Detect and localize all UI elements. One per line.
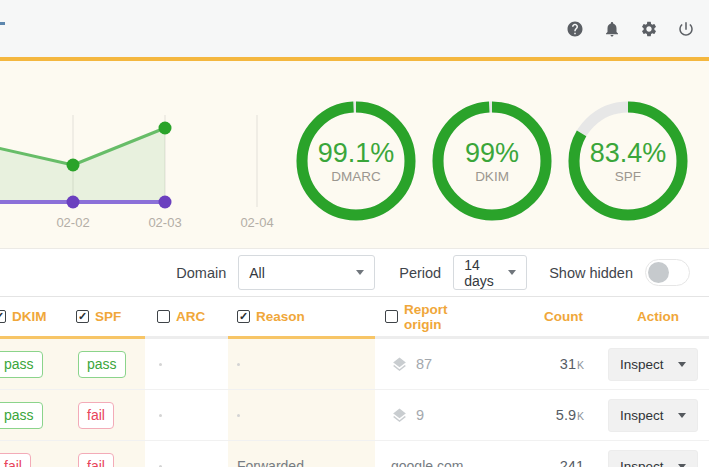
period-select-value: 14 days xyxy=(464,257,508,289)
column-header-arc: ARC xyxy=(145,297,228,339)
column-header-reason: ✓Reason xyxy=(228,297,375,339)
chevron-down-icon xyxy=(678,413,686,418)
empty-value-dot xyxy=(159,414,162,417)
column-label: Action xyxy=(637,309,679,324)
timeline-chart: 02-0202-0302-04 xyxy=(0,61,290,248)
donut-ring xyxy=(296,101,416,221)
table-row: passfail95.9KInspect xyxy=(0,390,709,441)
cell-arc xyxy=(145,390,228,441)
spf-badge-fail: fail xyxy=(78,453,114,467)
origin-domain: google.com xyxy=(391,458,463,467)
origin-count: 87 xyxy=(416,356,432,372)
column-header-dkim: ✓DKIM xyxy=(0,297,72,339)
spf-column-checkbox[interactable]: ✓ xyxy=(76,310,89,323)
column-label: ARC xyxy=(176,309,205,324)
cell-dkim: pass xyxy=(0,339,72,390)
cell-action: Inspect xyxy=(590,339,709,390)
inspect-button[interactable]: Inspect xyxy=(608,348,698,381)
dkim-column-checkbox[interactable]: ✓ xyxy=(0,310,6,323)
column-label: Count xyxy=(544,309,583,324)
show-hidden-toggle[interactable] xyxy=(645,259,690,286)
column-header-count: Count xyxy=(485,297,590,339)
x-axis-label: 02-04 xyxy=(240,215,273,230)
cell-report-origin: 87 xyxy=(375,339,485,390)
layers-icon xyxy=(391,407,408,424)
layers-icon xyxy=(391,356,408,373)
help-icon[interactable] xyxy=(566,20,584,38)
inspect-button[interactable]: Inspect xyxy=(608,450,698,467)
top-bar xyxy=(0,0,709,57)
chart-section: 02-0202-0302-04 99.1%DMARC99%DKIM83.4%SP… xyxy=(0,61,709,248)
table-header-row: ✓DKIM✓SPFARC✓ReasonReport originCountAct… xyxy=(0,297,709,339)
donut-gauge-dmarc: 99.1%DMARC xyxy=(296,101,416,221)
settings-icon[interactable] xyxy=(640,20,658,38)
logo-fragment xyxy=(0,22,5,25)
domain-filter-label: Domain xyxy=(176,265,226,281)
table-row: passpass8731KInspect xyxy=(0,339,709,390)
inspect-button-label: Inspect xyxy=(620,408,664,423)
inspect-button-label: Inspect xyxy=(620,459,664,467)
dkim-badge-pass: pass xyxy=(0,402,43,429)
column-label: Report origin xyxy=(404,302,485,332)
spf-badge-pass: pass xyxy=(78,351,126,378)
cell-action: Inspect xyxy=(590,390,709,441)
power-icon[interactable] xyxy=(677,20,695,38)
column-label: Reason xyxy=(256,309,305,324)
chevron-down-icon xyxy=(678,362,686,367)
cell-dkim: fail xyxy=(0,441,72,467)
donut-gauge-dkim: 99%DKIM xyxy=(432,101,552,221)
dkim-badge-fail: fail xyxy=(0,453,31,467)
filter-bar: Domain All Period 14 days Show hidden xyxy=(0,248,709,297)
column-label: DKIM xyxy=(12,309,47,324)
inspect-button[interactable]: Inspect xyxy=(608,399,698,432)
donut-gauge-spf: 83.4%SPF xyxy=(568,101,688,221)
column-header-origin: Report origin xyxy=(375,297,485,339)
top-bar-icons xyxy=(566,0,695,57)
results-table: ✓DKIM✓SPFARC✓ReasonReport originCountAct… xyxy=(0,297,709,467)
cell-reason: Forwarded xyxy=(228,441,375,467)
cell-count: 5.9K xyxy=(485,390,590,441)
table-row: failfailForwardedgoogle.com241Inspect xyxy=(0,441,709,467)
empty-value-dot xyxy=(159,363,162,366)
arc-column-checkbox[interactable] xyxy=(157,310,170,323)
cell-spf: fail xyxy=(72,390,145,441)
dkim-badge-pass: pass xyxy=(0,351,43,378)
cell-spf: fail xyxy=(72,441,145,467)
cell-reason xyxy=(228,339,375,390)
period-filter-label: Period xyxy=(399,265,441,281)
domain-select-value: All xyxy=(249,265,265,281)
empty-value-dot xyxy=(237,414,240,417)
reason-column-checkbox[interactable]: ✓ xyxy=(237,310,250,323)
count-value: 31K xyxy=(560,356,584,372)
notifications-icon[interactable] xyxy=(603,20,621,38)
origin-count: 9 xyxy=(416,407,424,423)
table-body: passpass8731KInspectpassfail95.9KInspect… xyxy=(0,339,709,467)
cell-dkim: pass xyxy=(0,390,72,441)
cell-count: 241 xyxy=(485,441,590,467)
show-hidden-label: Show hidden xyxy=(549,265,633,281)
chevron-down-icon xyxy=(678,464,686,467)
cell-action: Inspect xyxy=(590,441,709,467)
cell-report-origin: 9 xyxy=(375,390,485,441)
count-value: 241 xyxy=(560,458,584,467)
domain-select[interactable]: All xyxy=(238,255,375,290)
cell-spf: pass xyxy=(72,339,145,390)
cell-count: 31K xyxy=(485,339,590,390)
chevron-down-icon xyxy=(356,270,364,275)
count-value: 5.9K xyxy=(556,407,584,423)
spf-badge-fail: fail xyxy=(78,402,114,429)
reason-text: Forwarded xyxy=(237,458,304,467)
chevron-down-icon xyxy=(508,270,516,275)
period-select[interactable]: 14 days xyxy=(453,255,527,290)
empty-value-dot xyxy=(237,363,240,366)
origin-column-checkbox[interactable] xyxy=(385,310,398,323)
cell-reason xyxy=(228,390,375,441)
column-header-spf: ✓SPF xyxy=(72,297,145,339)
x-axis-label: 02-03 xyxy=(148,215,181,230)
inspect-button-label: Inspect xyxy=(620,357,664,372)
cell-report-origin: google.com xyxy=(375,441,485,467)
column-label: SPF xyxy=(95,309,121,324)
donut-ring xyxy=(432,101,552,221)
cell-arc xyxy=(145,339,228,390)
column-header-action: Action xyxy=(590,297,709,339)
